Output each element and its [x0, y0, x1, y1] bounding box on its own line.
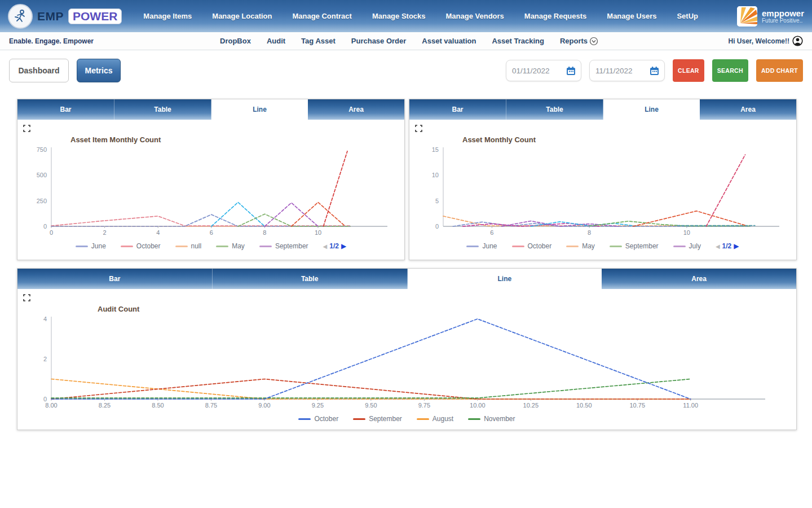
metrics-button[interactable]: Metrics [77, 59, 121, 82]
tab-table[interactable]: Table [213, 269, 408, 289]
tab-line[interactable]: Line [603, 99, 700, 120]
user-icon [792, 36, 803, 46]
legend-pager-prev-icon[interactable]: ◀ [323, 243, 328, 249]
legend-pager-next-icon[interactable]: ▶ [341, 242, 346, 250]
legend-pager: ◀1/2▶ [716, 242, 739, 250]
nav-manage-location[interactable]: Manage Location [212, 12, 272, 20]
tab-table[interactable]: Table [506, 99, 603, 120]
svg-text:4: 4 [156, 229, 160, 236]
legend-item: null [175, 242, 202, 250]
svg-text:250: 250 [37, 198, 47, 204]
welcome-text: Hi User, Welcome!! [729, 37, 789, 45]
nav-manage-stocks[interactable]: Manage Stocks [372, 12, 426, 20]
legend-swatch [298, 418, 311, 420]
subnav-tag-asset[interactable]: Tag Asset [301, 37, 336, 45]
legend-pager-prev-icon[interactable]: ◀ [716, 243, 720, 249]
legend-pager-next-icon[interactable]: ▶ [734, 242, 739, 250]
brand-logo: emppower Future Positive.. [720, 6, 804, 27]
subnav-asset-valuation[interactable]: Asset valuation [422, 37, 476, 45]
welcome-area[interactable]: Hi User, Welcome!! [729, 36, 803, 46]
tab-bar[interactable]: Bar [409, 99, 506, 120]
fullscreen-icon[interactable] [415, 124, 422, 134]
chart-tabs: Bar Table Line Area [409, 99, 796, 120]
legend-label: September [369, 415, 402, 423]
legend-pager: ◀1/2▶ [323, 242, 347, 250]
legend-swatch [466, 246, 479, 247]
fullscreen-icon[interactable] [23, 294, 30, 304]
tab-area[interactable]: Area [602, 269, 796, 289]
legend-swatch [468, 418, 480, 420]
nav-manage-items[interactable]: Manage Items [143, 12, 192, 20]
subnav-reports[interactable]: Reports [560, 37, 598, 46]
clear-button[interactable]: CLEAR [673, 59, 704, 82]
subnav-audit[interactable]: Audit [267, 37, 285, 45]
date-from-input[interactable] [512, 67, 564, 75]
logo-text-power: POWER [68, 8, 122, 24]
nav-setup[interactable]: SetUp [677, 12, 698, 20]
calendar-icon[interactable] [566, 66, 576, 76]
app-logo[interactable]: EMP POWER [8, 4, 122, 29]
chart-title: Asset Monthly Count [462, 135, 791, 144]
svg-text:15: 15 [432, 146, 439, 153]
legend-swatch [121, 246, 133, 247]
legend-swatch [259, 246, 272, 247]
legend-swatch [175, 246, 188, 247]
chevron-down-icon [589, 37, 598, 46]
svg-text:6: 6 [490, 229, 493, 236]
legend-item: July [673, 242, 701, 250]
legend-label: August [433, 415, 453, 423]
svg-text:0: 0 [50, 229, 53, 236]
nav-manage-contract[interactable]: Manage Contract [292, 12, 351, 20]
svg-text:0: 0 [43, 223, 47, 230]
svg-text:2: 2 [103, 229, 107, 236]
nav-manage-requests[interactable]: Manage Requests [524, 12, 587, 20]
main-menu: Manage Items Manage Location Manage Cont… [122, 12, 720, 20]
legend-item: October [512, 242, 552, 250]
tab-bar[interactable]: Bar [17, 99, 114, 120]
svg-text:10: 10 [432, 172, 439, 178]
svg-text:8.75: 8.75 [205, 402, 217, 409]
svg-text:10.25: 10.25 [523, 402, 539, 409]
legend-label: September [625, 242, 659, 250]
date-to-field[interactable] [589, 60, 665, 81]
svg-text:8: 8 [263, 229, 266, 236]
tab-bar[interactable]: Bar [17, 269, 213, 289]
logo-text-emp: EMP [37, 10, 64, 23]
legend-label: June [91, 242, 106, 250]
date-to-input[interactable] [595, 67, 647, 75]
svg-text:4: 4 [43, 316, 47, 322]
dashboard-button[interactable]: Dashboard [9, 59, 69, 82]
subnav-purchase-order[interactable]: Purchase Order [351, 37, 407, 45]
chart-tabs: Bar Table Line Area [17, 269, 796, 289]
chart-tabs: Bar Table Line Area [17, 99, 404, 120]
legend-item: November [468, 415, 515, 423]
audit-count-panel: Bar Table Line Area Audit Count 0248.008… [17, 268, 797, 430]
nav-manage-vendors[interactable]: Manage Vendors [446, 12, 504, 20]
sunburst-icon [737, 6, 757, 27]
tab-table[interactable]: Table [114, 99, 211, 120]
chart-legend: OctoberSeptemberAugustNovember [23, 415, 791, 423]
svg-text:500: 500 [37, 172, 47, 178]
subnav-dropbox[interactable]: DropBox [220, 37, 251, 45]
calendar-icon[interactable] [650, 66, 659, 76]
subnav-asset-tracking[interactable]: Asset Tracking [492, 37, 544, 45]
tab-area[interactable]: Area [700, 99, 796, 120]
legend-item: June [466, 242, 497, 250]
svg-text:6: 6 [210, 229, 213, 236]
asset-monthly-panel: Bar Table Line Area Asset Monthly Count … [409, 99, 797, 260]
brand-name: emppower [762, 9, 804, 17]
fullscreen-icon[interactable] [23, 124, 30, 134]
legend-label: October [136, 242, 161, 250]
legend-swatch [566, 246, 579, 247]
legend-item: May [566, 242, 595, 250]
asset-item-monthly-panel: Bar Table Line Area Asset Item Monthly C… [17, 99, 405, 260]
tab-line[interactable]: Line [408, 269, 602, 289]
add-chart-button[interactable]: ADD CHART [756, 59, 803, 82]
tab-line[interactable]: Line [211, 99, 308, 120]
tab-area[interactable]: Area [308, 99, 404, 120]
svg-text:9.50: 9.50 [365, 402, 377, 409]
nav-manage-users[interactable]: Manage Users [607, 12, 656, 20]
search-button[interactable]: SEARCH [712, 59, 748, 82]
date-from-field[interactable] [506, 60, 581, 81]
legend-label: October [528, 242, 552, 250]
